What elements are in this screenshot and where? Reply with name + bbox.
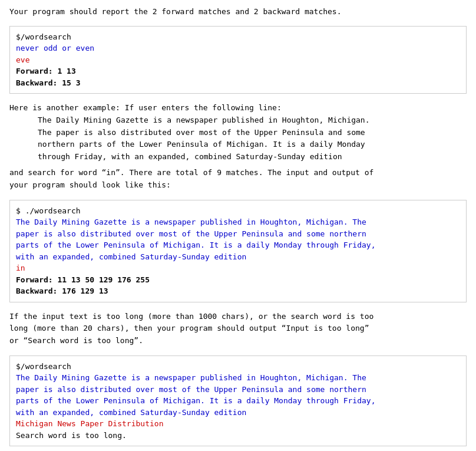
command-line-2: $ ./wordsearch (16, 205, 460, 217)
code-block-2: $ ./wordsearch The Daily Mining Gazette … (9, 200, 467, 302)
command-line-3: $/wordsearch (16, 361, 460, 373)
search-word-2: in (16, 262, 460, 274)
section3-text: If the input text is too long (more than… (9, 311, 467, 347)
code-block-3: $/wordsearch The Daily Mining Gazette is… (9, 355, 467, 447)
section2-paragraph4: through Friday, with an expanded, combin… (38, 151, 467, 163)
block3-text1: The Daily Mining Gazette is a newspaper … (16, 372, 460, 384)
section3-line1: If the input text is too long (more than… (9, 311, 467, 323)
block2-text2: paper is also distributed over most of t… (16, 228, 460, 240)
search-word-3: Michigan News Paper Distribution (16, 418, 460, 430)
forward-result-1: Forward: 1 13 (16, 65, 460, 77)
input-line-1: never odd or even (16, 42, 460, 54)
block2-text3: parts of the Lower Peninsula of Michigan… (16, 239, 460, 251)
section2-text: Here is another example: If user enters … (9, 102, 467, 192)
search-word-1: eve (16, 54, 460, 66)
section2-line3: your program should look like this: (9, 179, 467, 192)
section2-paragraph3: northern parts of the Lower Peninsula of… (38, 139, 467, 151)
intro-line: Your program should report the 2 forward… (9, 7, 342, 16)
section2-line1: Here is another example: If user enters … (9, 102, 467, 114)
section3-line2: long (more than 20 chars), then your pro… (9, 322, 467, 335)
section2-paragraph2: The paper is also distributed over most … (38, 127, 467, 139)
backward-result-1: Backward: 15 3 (16, 77, 460, 89)
command-line-1: $/wordsearch (16, 31, 460, 43)
block2-text1: The Daily Mining Gazette is a newspaper … (16, 216, 460, 228)
block2-text4: with an expanded, combined Saturday-Sund… (16, 251, 460, 263)
section2-paragraph1: The Daily Mining Gazette is a newspaper … (38, 114, 467, 127)
section2-line2: and search for word “in”. There are tota… (9, 167, 467, 179)
forward-result-2: Forward: 11 13 50 129 176 255 (16, 274, 460, 286)
backward-result-2: Backward: 176 129 13 (16, 285, 460, 297)
block3-text2: paper is also distributed over most of t… (16, 384, 460, 396)
intro-text: Your program should report the 2 forward… (9, 6, 467, 18)
block3-output: Search word is too long. (16, 430, 460, 442)
section3-line3: or “Search word is too long”. (9, 335, 467, 347)
block3-text4: with an expanded, combined Saturday-Sund… (16, 407, 460, 419)
block3-text3: parts of the Lower Peninsula of Michigan… (16, 395, 460, 407)
code-block-1: $/wordsearch never odd or even eve Forwa… (9, 26, 467, 94)
